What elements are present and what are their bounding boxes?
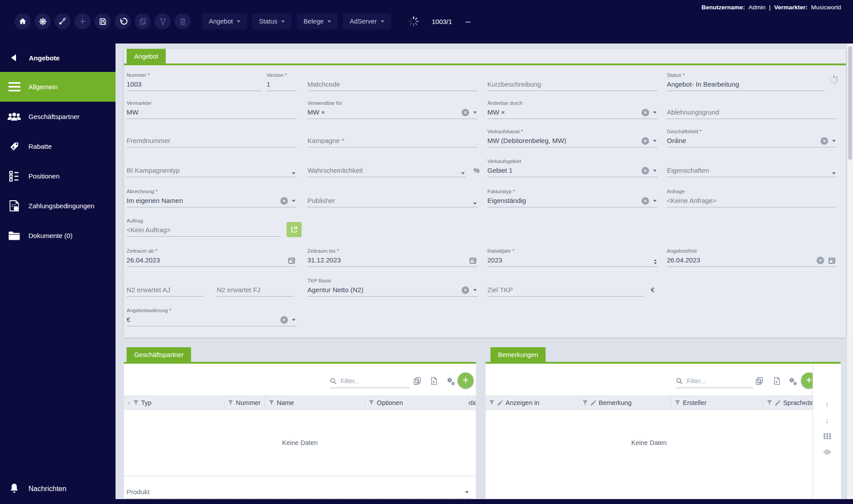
dropdown-caret-icon[interactable]: [292, 172, 295, 175]
filter-funnel-icon[interactable]: [269, 400, 274, 405]
clear-icon[interactable]: ×: [462, 286, 469, 294]
dropdown-caret-icon[interactable]: [653, 111, 657, 114]
menu-adserver[interactable]: AdServer: [343, 13, 391, 29]
step-down-icon[interactable]: [654, 262, 657, 264]
column-header-sprache[interactable]: Sprache: [763, 396, 805, 409]
dropdown-caret-icon[interactable]: [473, 111, 477, 114]
pencil-icon[interactable]: [775, 400, 781, 406]
calendar-icon[interactable]: [288, 257, 295, 264]
dropdown-caret-icon[interactable]: [292, 200, 295, 202]
pencil-icon[interactable]: [590, 400, 596, 406]
delete-button[interactable]: [175, 13, 191, 29]
field-auftrag[interactable]: Auftrag <Kein Auftrag>: [127, 218, 280, 237]
remarks-filter-input[interactable]: [686, 377, 745, 385]
number-stepper[interactable]: [654, 259, 657, 264]
field-ablehnungsgrund[interactable]: Ablehnungsgrund: [667, 100, 837, 119]
produkt-dropdown[interactable]: Produkt: [127, 487, 470, 499]
sidebar-item-geschaeftspartner[interactable]: Geschäftspartner: [0, 102, 116, 131]
clear-icon[interactable]: ×: [280, 197, 288, 205]
field-eigenschaften[interactable]: Eigenschaften: [667, 158, 837, 177]
field-zeitraum-bis[interactable]: Zeitraum bis * 31.12.2023: [307, 248, 478, 267]
dropdown-caret-icon[interactable]: [832, 172, 836, 175]
column-header-bemerkung[interactable]: Bemerkung: [579, 396, 672, 409]
open-auftrag-button[interactable]: [287, 222, 302, 237]
filter-funnel-icon[interactable]: [675, 400, 680, 405]
column-header-name[interactable]: Name: [265, 396, 365, 409]
branch-button[interactable]: [155, 13, 171, 29]
field-tkp-basis[interactable]: TKP Basis Agentur Netto (N2) ×: [307, 278, 478, 297]
field-fakturatyp[interactable]: Fakturatyp * Eigenständig ×: [487, 188, 658, 207]
partners-filter-input[interactable]: [340, 377, 399, 385]
sidebar-item-zahlungsbedingungen[interactable]: € Zahlungsbedingungen: [0, 191, 116, 221]
dropdown-caret-icon[interactable]: [653, 200, 657, 202]
calendar-icon[interactable]: [469, 257, 477, 264]
column-header-anzeigen-in[interactable]: Anzeigen in: [486, 396, 579, 409]
field-kampagne[interactable]: Kampagne *: [307, 128, 478, 147]
field-wahrscheinlichkeit[interactable]: Wahrscheinlichkeit: [307, 158, 466, 177]
sidebar-item-allgemein[interactable]: Allgemein: [0, 72, 116, 102]
tab-angebot[interactable]: Angebot: [127, 49, 166, 63]
field-anfrage[interactable]: Anfrage <Keine Anfrage>: [667, 188, 837, 207]
field-zeitraum-ab[interactable]: Zeitraum ab * 26.04.2023: [127, 248, 296, 267]
sidebar-item-positionen[interactable]: Positionen: [0, 161, 116, 191]
menu-belege[interactable]: Belege: [297, 13, 338, 29]
field-angebotsfrist[interactable]: Angebotsfrist 26.04.2023 ×: [667, 248, 837, 267]
field-ziel-tkp[interactable]: Ziel TKP: [487, 278, 644, 297]
sort-ascending-icon[interactable]: ↑: [128, 400, 131, 406]
field-verkaufskanal[interactable]: Verkaufskanal * MW (Debitorenbeleg, MW) …: [487, 128, 658, 147]
field-bi-kampagnentyp[interactable]: BI Kampagnentyp: [127, 158, 296, 177]
copy-button[interactable]: [135, 13, 151, 29]
clear-icon[interactable]: ×: [280, 316, 288, 324]
back-arrow-icon[interactable]: [11, 54, 16, 61]
scrollbar-thumb[interactable]: [848, 46, 852, 160]
field-abrechnung[interactable]: Abrechnung * Im eigenen Namen ×: [127, 188, 296, 207]
field-status[interactable]: Status * Angebot- In Bearbeitung: [667, 72, 824, 91]
field-publisher[interactable]: Publisher: [307, 188, 478, 207]
dropdown-caret-icon[interactable]: [465, 491, 469, 493]
dropdown-caret-icon[interactable]: [461, 172, 465, 175]
partners-add-button[interactable]: +: [458, 373, 474, 389]
field-aenderbar-durch[interactable]: Änderbar durch MW × ×: [487, 100, 658, 119]
dropdown-caret-icon[interactable]: [473, 289, 477, 291]
remarks-excel-export-button[interactable]: x: [771, 376, 782, 386]
field-verwendbar-fuer[interactable]: Verwendbar für MW × ×: [307, 100, 478, 119]
clear-icon[interactable]: ×: [642, 137, 649, 145]
align-center-button[interactable]: [823, 449, 831, 455]
dropdown-caret-icon[interactable]: [832, 140, 836, 142]
remarks-copy-button[interactable]: [754, 376, 765, 386]
column-header-ersteller[interactable]: Ersteller: [671, 396, 763, 409]
sidebar-item-dokumente[interactable]: Dokumente (0): [0, 221, 116, 250]
field-n2-erwartet-aj[interactable]: N2 erwartet AJ: [127, 278, 203, 297]
sidebar-item-nachrichten[interactable]: Nachrichten: [0, 479, 116, 499]
home-button[interactable]: [15, 13, 31, 29]
move-up-button[interactable]: ↑: [825, 401, 829, 409]
dropdown-caret-icon[interactable]: [653, 140, 657, 142]
wheel-button[interactable]: [35, 13, 51, 29]
undo-button[interactable]: [115, 13, 131, 29]
pencil-icon[interactable]: [497, 400, 503, 406]
field-nummer[interactable]: Nummer * 1003: [127, 72, 261, 91]
field-n2-erwartet-fj[interactable]: N2 erwartet FJ: [217, 278, 293, 297]
sidebar-item-rabatte[interactable]: € Rabatte: [0, 131, 116, 161]
filter-funnel-icon[interactable]: [767, 400, 772, 405]
step-up-icon[interactable]: [654, 259, 657, 261]
field-version[interactable]: Version * 1: [267, 72, 296, 91]
field-angebotswaehrung[interactable]: Angebotswährung * € ×: [127, 307, 296, 326]
menu-status[interactable]: Status: [252, 13, 291, 29]
partners-excel-export-button[interactable]: x: [428, 376, 439, 386]
route-button[interactable]: [55, 13, 71, 29]
field-verkaufsgebiet[interactable]: Verkaufsgebiet Gebiet 1 ×: [487, 158, 658, 177]
vertical-scrollbar[interactable]: [847, 44, 853, 504]
dropdown-caret-icon[interactable]: [292, 319, 295, 321]
filter-funnel-icon[interactable]: [582, 400, 588, 405]
remarks-settings-button[interactable]: [787, 376, 798, 386]
clear-icon[interactable]: ×: [817, 257, 824, 264]
dropdown-caret-icon[interactable]: [653, 170, 657, 172]
collapse-toolbar-button[interactable]: –: [466, 19, 470, 24]
menu-angebot[interactable]: Angebot: [202, 13, 247, 29]
partners-settings-button[interactable]: [445, 376, 456, 386]
field-fremdnummer[interactable]: Fremdnummer: [127, 128, 296, 147]
clear-icon[interactable]: ×: [642, 109, 649, 116]
column-header-typ[interactable]: ↑ Typ: [124, 396, 224, 409]
clear-icon[interactable]: ×: [821, 137, 828, 145]
